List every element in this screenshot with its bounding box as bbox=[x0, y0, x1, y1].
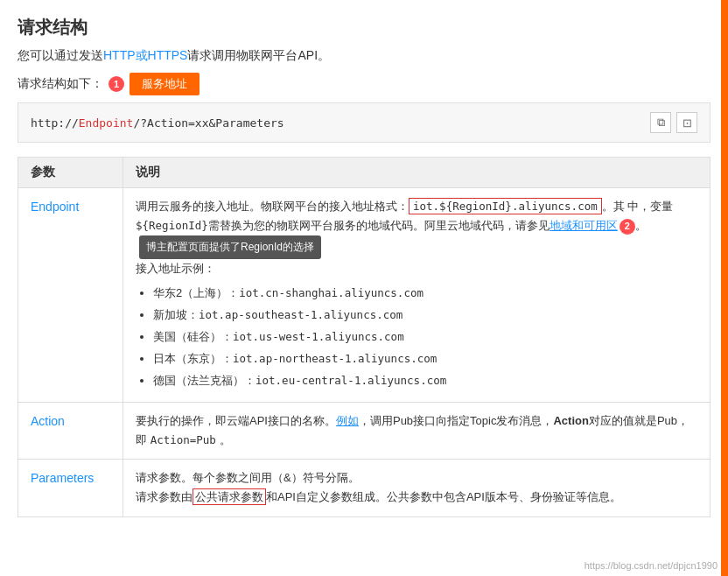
endpoint-germany: iot.eu-central-1.aliyuncs.com bbox=[256, 374, 446, 387]
expand-icon-button[interactable]: ⊡ bbox=[676, 112, 697, 133]
list-item: 美国（硅谷）：iot.us-west-1.aliyuncs.com bbox=[153, 327, 697, 347]
param-parameters-desc: 请求参数。每个参数之间用（&）符号分隔。 请求参数由公共请求参数和API自定义参… bbox=[123, 460, 710, 516]
page-container: 请求结构 您可以通过发送HTTP或HTTPS请求调用物联网平台API。 请求结构… bbox=[0, 0, 728, 535]
page-title: 请求结构 bbox=[18, 16, 710, 39]
code-block: http://Endpoint/?Action=xx&Parameters ⧉ … bbox=[18, 102, 710, 143]
service-address-button[interactable]: 服务地址 bbox=[130, 73, 200, 95]
param-parameters-name: Parameters bbox=[18, 460, 123, 516]
endpoint-shanghai: iot.cn-shanghai.aliyuncs.com bbox=[239, 286, 424, 299]
badge-1: 1 bbox=[108, 76, 124, 92]
badge-2: 2 bbox=[620, 219, 635, 235]
list-item: 日本（东京）：iot.ap-northeast-1.aliyuncs.com bbox=[153, 349, 697, 369]
endpoint-examples: 华东2（上海）：iot.cn-shanghai.aliyuncs.com 新加坡… bbox=[136, 284, 697, 390]
list-item: 德国（法兰克福）：iot.eu-central-1.aliyuncs.com bbox=[153, 371, 697, 390]
endpoint-singapore: iot.ap-southeast-1.aliyuncs.com bbox=[199, 308, 402, 321]
list-item: 华东2（上海）：iot.cn-shanghai.aliyuncs.com bbox=[153, 284, 697, 303]
action-bold: Action bbox=[553, 414, 588, 427]
col-desc: 说明 bbox=[123, 158, 710, 188]
code-prefix: http:// bbox=[31, 116, 79, 130]
table-header-row: 参数 说明 bbox=[18, 158, 710, 188]
param-endpoint-name: Endpoint bbox=[18, 188, 123, 403]
endpoint-us: iot.us-west-1.aliyuncs.com bbox=[233, 330, 404, 343]
example-link[interactable]: 例如 bbox=[336, 414, 359, 427]
action-example: Action=Pub bbox=[150, 433, 216, 446]
param-action-desc: 要执行的操作，即云端API接口的名称。例如，调用Pub接口向指定Topic发布消… bbox=[123, 403, 710, 460]
endpoint-japan: iot.ap-northeast-1.aliyuncs.com bbox=[233, 352, 437, 365]
list-item: 新加坡：iot.ap-southeast-1.aliyuncs.com bbox=[153, 306, 697, 325]
http-link[interactable]: HTTP或HTTPS bbox=[103, 48, 187, 62]
param-endpoint-desc: 调用云服务的接入地址。物联网平台的接入地址格式：iot.${RegionId}.… bbox=[123, 188, 710, 403]
intro-text: 您可以通过发送HTTP或HTTPS请求调用物联网平台API。 bbox=[18, 48, 710, 64]
label-text: 请求结构如下： bbox=[18, 76, 103, 92]
code-icons: ⧉ ⊡ bbox=[650, 112, 697, 133]
region-link[interactable]: 地域和可用区 bbox=[550, 219, 618, 232]
copy-icon-button[interactable]: ⧉ bbox=[650, 112, 671, 133]
code-endpoint: Endpoint bbox=[79, 116, 134, 130]
table-row: Parameters 请求参数。每个参数之间用（&）符号分隔。 请求参数由公共请… bbox=[18, 460, 710, 516]
code-suffix: /?Action=xx&Parameters bbox=[133, 116, 284, 130]
structure-label: 请求结构如下： 1 服务地址 bbox=[18, 73, 710, 95]
col-param: 参数 bbox=[18, 158, 123, 188]
watermark: https://blog.csdn.net/dpjcn1990 bbox=[584, 560, 718, 571]
params-table: 参数 说明 Endpoint 调用云服务的接入地址。物联网平台的接入地址格式：i… bbox=[18, 157, 710, 517]
tooltip-region: 博主配置页面提供了RegionId的选择 bbox=[139, 235, 321, 258]
code-text: http://Endpoint/?Action=xx&Parameters bbox=[31, 116, 650, 130]
table-row: Endpoint 调用云服务的接入地址。物联网平台的接入地址格式：iot.${R… bbox=[18, 188, 710, 403]
region-var: ${RegionId} bbox=[136, 219, 208, 232]
table-row: Action 要执行的操作，即云端API接口的名称。例如，调用Pub接口向指定T… bbox=[18, 403, 710, 460]
public-params-highlight: 公共请求参数 bbox=[192, 488, 266, 505]
param-action-name: Action bbox=[18, 403, 123, 460]
endpoint-format-code: iot.${RegionId}.aliyuncs.com bbox=[409, 198, 602, 214]
